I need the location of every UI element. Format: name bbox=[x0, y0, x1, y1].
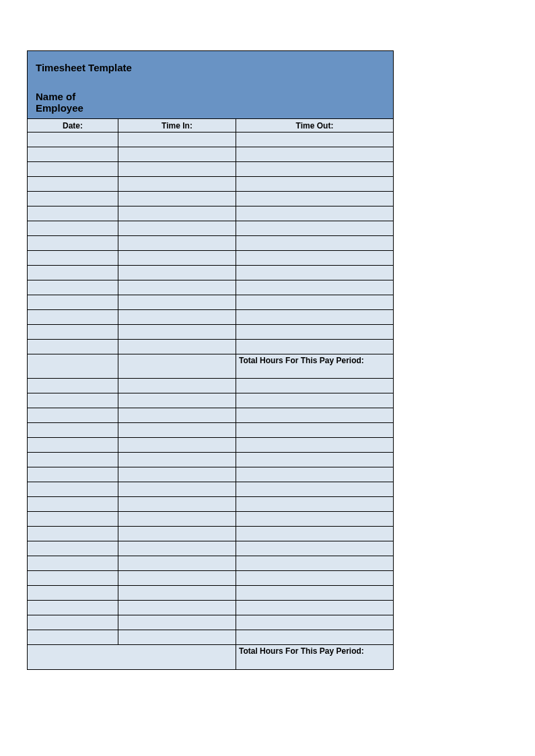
cell-timein[interactable] bbox=[118, 325, 236, 339]
cell-timein[interactable] bbox=[118, 162, 236, 176]
cell-timein[interactable] bbox=[118, 408, 236, 422]
cell-timein[interactable] bbox=[118, 280, 236, 295]
cell-timein[interactable] bbox=[118, 438, 236, 452]
cell-timein[interactable] bbox=[118, 133, 236, 147]
cell-timeout[interactable] bbox=[236, 497, 393, 511]
cell-timein[interactable] bbox=[118, 393, 236, 408]
cell-timein[interactable] bbox=[118, 527, 236, 541]
cell-timein[interactable] bbox=[118, 571, 236, 585]
cell-date[interactable] bbox=[28, 601, 118, 615]
cell-timein[interactable] bbox=[118, 221, 236, 235]
cell-timein[interactable] bbox=[118, 630, 236, 644]
cell-timeout[interactable] bbox=[236, 162, 393, 176]
cell-date[interactable] bbox=[28, 512, 118, 526]
cell-timeout[interactable] bbox=[236, 236, 393, 250]
cell-date[interactable] bbox=[28, 133, 118, 147]
cell-timeout[interactable] bbox=[236, 438, 393, 452]
cell-timeout[interactable] bbox=[236, 310, 393, 324]
cell-timeout[interactable] bbox=[236, 453, 393, 467]
cell-timein[interactable] bbox=[118, 379, 236, 393]
cell-date[interactable] bbox=[28, 527, 118, 541]
cell-date[interactable] bbox=[28, 221, 118, 235]
cell-timeout[interactable] bbox=[236, 482, 393, 496]
cell-timein[interactable] bbox=[118, 453, 236, 467]
cell-date[interactable] bbox=[28, 310, 118, 324]
cell-timeout[interactable] bbox=[236, 147, 393, 161]
cell-timeout[interactable] bbox=[236, 527, 393, 541]
cell-timein[interactable] bbox=[118, 177, 236, 191]
cell-date[interactable] bbox=[28, 541, 118, 556]
cell-timein[interactable] bbox=[118, 236, 236, 250]
cell-date[interactable] bbox=[28, 295, 118, 309]
cell-date[interactable] bbox=[28, 482, 118, 496]
cell-timein[interactable] bbox=[118, 206, 236, 221]
cell-timeout[interactable] bbox=[236, 133, 393, 147]
cell-timeout[interactable] bbox=[236, 325, 393, 339]
cell-timeout[interactable] bbox=[236, 601, 393, 615]
cell-timein[interactable] bbox=[118, 423, 236, 437]
cell-timein[interactable] bbox=[118, 310, 236, 324]
cell-timeout[interactable] bbox=[236, 206, 393, 221]
cell-timeout[interactable] bbox=[236, 423, 393, 437]
cell-date[interactable] bbox=[28, 177, 118, 191]
cell-timein[interactable] bbox=[118, 467, 236, 482]
total-cell-date[interactable] bbox=[28, 354, 118, 378]
cell-date[interactable] bbox=[28, 162, 118, 176]
cell-timeout[interactable] bbox=[236, 177, 393, 191]
cell-timein[interactable] bbox=[118, 340, 236, 354]
cell-timeout[interactable] bbox=[236, 266, 393, 280]
cell-timeout[interactable] bbox=[236, 295, 393, 309]
cell-timeout[interactable] bbox=[236, 556, 393, 570]
cell-date[interactable] bbox=[28, 467, 118, 482]
cell-timeout[interactable] bbox=[236, 251, 393, 265]
cell-date[interactable] bbox=[28, 556, 118, 570]
cell-timeout[interactable] bbox=[236, 467, 393, 482]
cell-timeout[interactable] bbox=[236, 571, 393, 585]
cell-date[interactable] bbox=[28, 497, 118, 511]
cell-timein[interactable] bbox=[118, 512, 236, 526]
cell-date[interactable] bbox=[28, 206, 118, 221]
cell-timein[interactable] bbox=[118, 147, 236, 161]
cell-date[interactable] bbox=[28, 192, 118, 206]
cell-date[interactable] bbox=[28, 266, 118, 280]
cell-date[interactable] bbox=[28, 147, 118, 161]
cell-date[interactable] bbox=[28, 586, 118, 600]
cell-timein[interactable] bbox=[118, 541, 236, 556]
cell-timeout[interactable] bbox=[236, 192, 393, 206]
cell-timein[interactable] bbox=[118, 586, 236, 600]
cell-timein[interactable] bbox=[118, 615, 236, 630]
cell-timein[interactable] bbox=[118, 192, 236, 206]
cell-timein[interactable] bbox=[118, 295, 236, 309]
cell-timeout[interactable] bbox=[236, 541, 393, 556]
cell-date[interactable] bbox=[28, 340, 118, 354]
cell-timeout[interactable] bbox=[236, 586, 393, 600]
cell-timein[interactable] bbox=[118, 601, 236, 615]
cell-date[interactable] bbox=[28, 615, 118, 630]
cell-timeout[interactable] bbox=[236, 615, 393, 630]
total-cell-timein[interactable] bbox=[118, 354, 236, 378]
cell-timein[interactable] bbox=[118, 556, 236, 570]
cell-date[interactable] bbox=[28, 236, 118, 250]
cell-timein[interactable] bbox=[118, 266, 236, 280]
cell-date[interactable] bbox=[28, 438, 118, 452]
cell-date[interactable] bbox=[28, 251, 118, 265]
cell-timeout[interactable] bbox=[236, 280, 393, 295]
cell-date[interactable] bbox=[28, 325, 118, 339]
cell-date[interactable] bbox=[28, 423, 118, 437]
cell-timeout[interactable] bbox=[236, 408, 393, 422]
cell-date[interactable] bbox=[28, 393, 118, 408]
cell-date[interactable] bbox=[28, 453, 118, 467]
cell-timeout[interactable] bbox=[236, 340, 393, 354]
cell-timein[interactable] bbox=[118, 497, 236, 511]
cell-date[interactable] bbox=[28, 280, 118, 295]
cell-timeout[interactable] bbox=[236, 393, 393, 408]
cell-timeout[interactable] bbox=[236, 221, 393, 235]
cell-date[interactable] bbox=[28, 630, 118, 644]
cell-timeout[interactable] bbox=[236, 379, 393, 393]
cell-timein[interactable] bbox=[118, 482, 236, 496]
cell-timeout[interactable] bbox=[236, 630, 393, 644]
cell-timeout[interactable] bbox=[236, 512, 393, 526]
cell-date[interactable] bbox=[28, 408, 118, 422]
cell-date[interactable] bbox=[28, 571, 118, 585]
cell-date[interactable] bbox=[28, 379, 118, 393]
